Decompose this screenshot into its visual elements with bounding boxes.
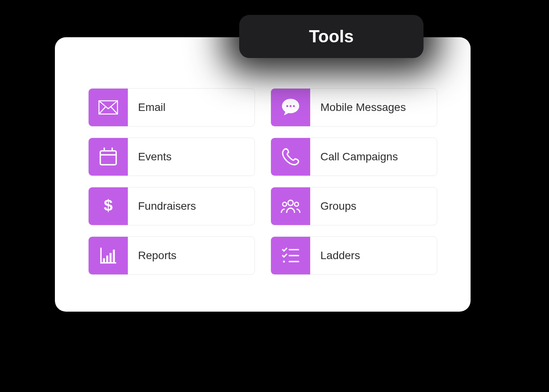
svg-rect-13 xyxy=(100,262,116,263)
tool-ladders[interactable]: Ladders xyxy=(271,236,437,275)
tool-label: Email xyxy=(128,101,165,114)
svg-point-3 xyxy=(293,105,295,107)
chat-icon xyxy=(271,89,310,126)
svg-rect-12 xyxy=(100,248,102,264)
phone-icon xyxy=(271,138,310,176)
svg-point-10 xyxy=(283,202,287,206)
tool-label: Groups xyxy=(310,200,356,212)
tool-events[interactable]: Events xyxy=(88,138,255,176)
tool-label: Mobile Messages xyxy=(310,101,406,114)
svg-rect-17 xyxy=(113,250,115,262)
svg-rect-15 xyxy=(106,256,108,262)
svg-rect-4 xyxy=(100,151,116,165)
tool-label: Call Campaigns xyxy=(310,151,398,163)
svg-rect-16 xyxy=(109,253,111,262)
tool-label: Events xyxy=(128,151,172,163)
tools-grid: Email Mobile Messages xyxy=(88,88,437,275)
svg-point-1 xyxy=(286,105,288,107)
page-title: Tools xyxy=(309,27,354,46)
tool-call-campaigns[interactable]: Call Campaigns xyxy=(271,138,437,176)
tool-groups[interactable]: Groups xyxy=(271,187,437,225)
group-icon xyxy=(271,187,310,225)
mail-icon xyxy=(89,89,128,126)
svg-point-2 xyxy=(289,105,291,107)
svg-text:$: $ xyxy=(104,196,113,214)
tool-fundraisers[interactable]: $ Fundraisers xyxy=(88,187,255,225)
dollar-icon: $ xyxy=(89,187,128,225)
checklist-icon xyxy=(271,237,310,274)
tool-label: Reports xyxy=(128,249,176,262)
chart-icon xyxy=(89,237,128,274)
tool-label: Ladders xyxy=(310,249,360,262)
svg-rect-14 xyxy=(103,258,105,262)
tools-header-pill: Tools xyxy=(239,15,424,58)
tool-label: Fundraisers xyxy=(128,200,196,212)
tools-panel: Email Mobile Messages xyxy=(55,37,471,312)
tool-email[interactable]: Email xyxy=(88,88,255,127)
calendar-icon xyxy=(89,138,128,176)
svg-point-20 xyxy=(283,261,285,263)
svg-point-11 xyxy=(294,202,298,206)
tool-mobile-messages[interactable]: Mobile Messages xyxy=(271,88,437,127)
svg-point-9 xyxy=(288,200,293,206)
tool-reports[interactable]: Reports xyxy=(88,236,255,275)
